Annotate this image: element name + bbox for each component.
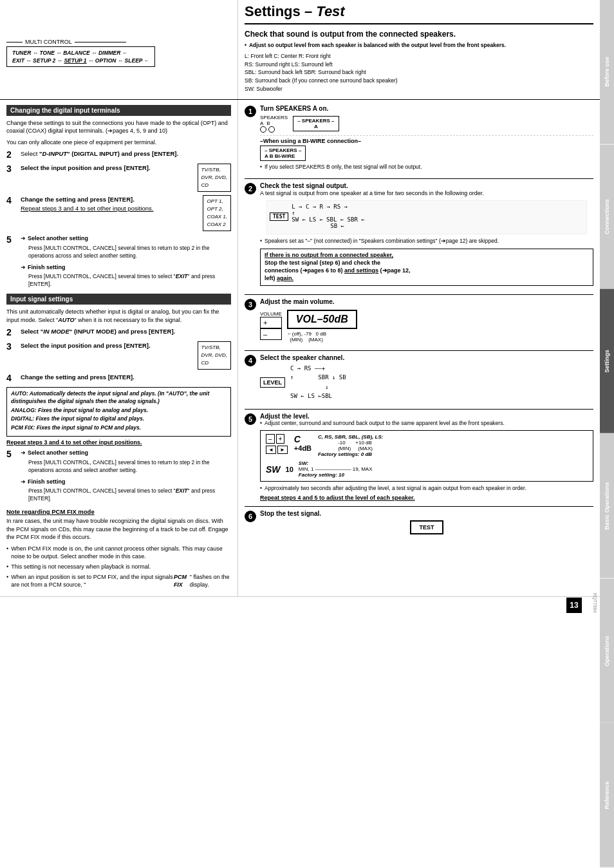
- section2-desc: This unit automatically detects whether …: [6, 308, 231, 324]
- side-tab-reference[interactable]: Reference: [600, 723, 614, 868]
- step1-title: Turn SPEAKERS A on.: [260, 105, 593, 112]
- step4-input-content: Change the setting and press [ENTER].: [21, 373, 231, 381]
- multi-control-line1: TUNER ↔ TONE ↔ BALANCE ↔ DIMMER ←: [12, 50, 149, 56]
- note-bullet-1: In rare cases, the unit may have trouble…: [6, 517, 231, 542]
- step1-bullet: If you select SPEAKERS B only, the test …: [260, 164, 593, 171]
- step5-bullet2: Approximately two seconds after adjustin…: [260, 485, 593, 493]
- warning-box: If there is no output from a connected s…: [260, 249, 593, 286]
- step3-content: TV/STB,DVR, DVD,CD Select the input posi…: [21, 164, 231, 192]
- step2-right-content: Check the test signal output. A test sig…: [260, 182, 593, 289]
- step-5-input: 5 Select another setting Press [MULTI CO…: [6, 449, 231, 503]
- circle-6: 6: [245, 511, 256, 522]
- note-bullet-2: When PCM FIX mode is on, the unit cannot…: [6, 545, 231, 561]
- arrow2b-desc: Press [MULTI CONTROL, CANCEL] several ti…: [28, 487, 231, 503]
- level-control-buttons: – + ◄ ►: [266, 434, 288, 454]
- side-tab-before-use[interactable]: Before use: [600, 0, 614, 145]
- arrow1b-desc: Press [MULTI CONTROL, CANCEL] several ti…: [28, 459, 231, 475]
- step3-right-content: Adjust the main volume. VOLUME + – VOL–5…: [260, 298, 593, 345]
- side-tab-label: Before use: [604, 57, 610, 88]
- left-column: Changing the digital input terminals Cha…: [0, 100, 238, 596]
- side-tab-label: Operations: [604, 636, 610, 666]
- section-header-digital: Changing the digital input terminals: [6, 105, 231, 116]
- step4-title: Select the speaker channel.: [260, 354, 593, 361]
- step5-title: Adjust the level.: [260, 413, 593, 420]
- side-tab-label: Reference: [604, 781, 610, 809]
- multi-control-label: MULTI CONTROL: [25, 39, 72, 45]
- speaker-row-2: RS: Surround right LS: Surround left: [245, 61, 593, 69]
- speakers-a-box: – SPEAKERS –A: [293, 116, 339, 131]
- note-bullet-4: When an input position is set to PCM FIX…: [6, 573, 231, 589]
- sw-info: SW: MIN, 1 ——————— 19, MAX Factory setti…: [299, 460, 373, 478]
- step2-title: Check the test signal output.: [260, 182, 593, 189]
- multi-control-line2: EXIT ↔ SETUP 2 ↔ SETUP 1 ↔ OPTION ↔ SLEE…: [12, 57, 149, 64]
- side-tab-label: Basic Operations: [604, 482, 610, 530]
- step2-bullet: Speakers set as "–" (not connected) in "…: [260, 238, 593, 245]
- section-digital-input: Changing the digital input terminals Cha…: [6, 105, 231, 288]
- auto-item-analog: ANALOG: Fixes the input signal to analog…: [11, 407, 227, 415]
- speaker-table: L: Front left C: Center R: Front right R…: [245, 52, 593, 93]
- auto-item-pcm: PCM FIX: Fixes the input signal to PCM a…: [11, 424, 227, 432]
- auto-items-box: AUTO: Automatically detects the input si…: [6, 387, 231, 437]
- signal-diagram: TEST L → C → R → RS → ↑ SW ← LS ←SBL ← S…: [266, 200, 587, 234]
- level-c-area: C +4dB: [294, 434, 312, 452]
- vol-display-area: VOL–50dB ←(off), -79 0 dB (MIN) (MAX): [287, 308, 357, 343]
- repeat-instr-input: Repeat steps 3 and 4 to set other input …: [6, 439, 231, 446]
- step-2-digital: 2 Select "D-INPUT" (DIGITAL INPUT) and p…: [6, 149, 231, 160]
- sw-area: SW 10 SW: MIN, 1 ——————— 19, MAX Factory…: [266, 460, 588, 478]
- arrow-select-setting: Select another setting: [21, 234, 231, 243]
- step-num-4: 4: [6, 195, 18, 206]
- side-tab-basic-operations[interactable]: Basic Operations: [600, 434, 614, 579]
- vol-plus-btn[interactable]: +: [260, 317, 282, 328]
- circle-4: 4: [245, 355, 256, 366]
- step-num-5: 5: [6, 234, 18, 245]
- step-3-digital: 3 TV/STB,DVR, DVD,CD Select the input po…: [6, 164, 231, 192]
- page-title: Settings – Test: [245, 3, 593, 24]
- step2-desc: A test signal is output from one speaker…: [260, 189, 593, 198]
- test-stop-btn[interactable]: TEST: [410, 520, 443, 534]
- circle-3: 3: [245, 299, 256, 310]
- auto-item-auto: AUTO: Automatically detects the input si…: [11, 390, 227, 406]
- speakers-label: SPEAKERS AB: [260, 115, 288, 133]
- level-adj-diagram: – + ◄ ► C +4d: [260, 430, 593, 482]
- multi-control-section: MULTI CONTROL TUNER ↔ TONE ↔ BALANCE ↔ D…: [6, 39, 231, 67]
- biwire-box: – SPEAKERS –A B BI-WIRE: [260, 146, 306, 161]
- side-tab-operations[interactable]: Operations: [600, 579, 614, 724]
- step6-title: Stop the test signal.: [260, 510, 593, 517]
- test-button-icon: TEST: [270, 212, 288, 221]
- page-number: 13: [566, 598, 582, 613]
- circle-2: 2: [245, 183, 256, 194]
- step-4-input: 4 Change the setting and press [ENTER].: [6, 373, 231, 384]
- rqt-number: RQT7994: [593, 593, 597, 612]
- side-tab-settings[interactable]: Settings: [600, 289, 614, 434]
- circle-1: 1: [245, 106, 256, 117]
- right-column: 1 Turn SPEAKERS A on. SPEAKERS AB: [238, 100, 600, 596]
- level-button[interactable]: LEVEL: [260, 377, 285, 388]
- arrow2-desc: Press [MULTI CONTROL, CANCEL] several ti…: [28, 273, 231, 288]
- step6-right-content: Stop the test signal. TEST: [260, 510, 593, 534]
- speaker-row-3: SBL: Surround back left SBR: Surround ba…: [245, 68, 593, 77]
- side-tab-label: Settings: [604, 350, 610, 373]
- step4-right-content: Select the speaker channel. LEVEL C → RS…: [260, 354, 593, 404]
- vol-buttons: VOLUME + –: [260, 311, 282, 340]
- step3-input-num: 3: [6, 341, 18, 352]
- right-step-3: 3 Adjust the main volume. VOLUME + – VOL…: [245, 298, 593, 345]
- step4-content: OPT 1,OPT 2,COAX 1,COAX 2 Change the set…: [21, 195, 231, 231]
- step1-right-content: Turn SPEAKERS A on. SPEAKERS AB: [260, 105, 593, 173]
- step3-options-box: TV/STB,DVR, DVD,CD: [198, 164, 231, 192]
- right-step-6: 6 Stop the test signal. TEST: [245, 510, 593, 534]
- step-4-digital: 4 OPT 1,OPT 2,COAX 1,COAX 2 Change the s…: [6, 195, 231, 231]
- section1-note: You can only allocate one piece of equip…: [6, 138, 231, 147]
- intro-bullet: Adjust so output level from each speaker…: [245, 42, 593, 50]
- note-title: Note regarding PCM FIX mode: [6, 508, 231, 515]
- step3-input-content: TV/STB,DVR, DVD,CD Select the input posi…: [21, 341, 231, 370]
- vol-minus-btn[interactable]: –: [260, 328, 282, 340]
- step-num-2: 2: [6, 149, 18, 160]
- step5-bullet: Adjust center, surround and surround bac…: [260, 420, 593, 428]
- side-tab-connections[interactable]: Connections: [600, 145, 614, 290]
- note-bullet-3: This setting is not necessary when playb…: [6, 563, 231, 571]
- channel-diagram: C → RS ——+ ↑ SBR ↓ SB ↓ SW ← LS ←SBL: [290, 364, 346, 401]
- step2-input-content: Select "IN MODE" (INPUT MODE) and press …: [21, 327, 231, 335]
- vol-range-labels: ←(off), -79 0 dB (MIN) (MAX): [287, 331, 357, 343]
- step-3-input: 3 TV/STB,DVR, DVD,CD Select the input po…: [6, 341, 231, 370]
- test-button-area: TEST: [260, 520, 593, 534]
